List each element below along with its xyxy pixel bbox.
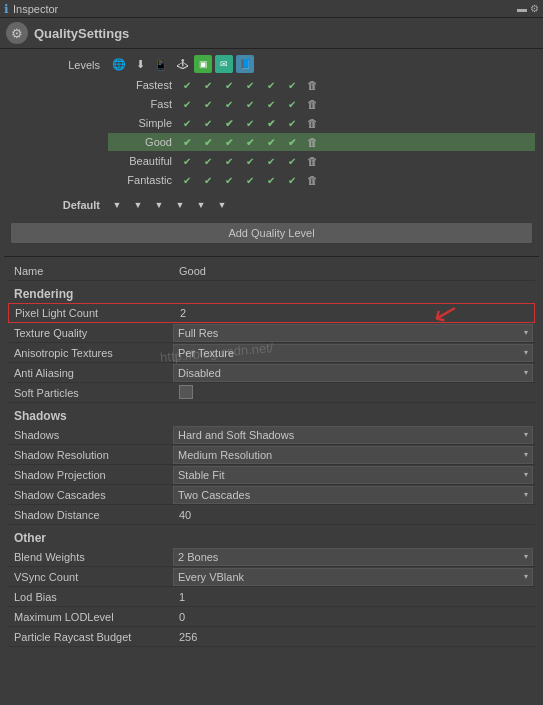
check-6[interactable]: ✔ — [283, 116, 301, 130]
shadow-resolution-dropdown[interactable]: Medium Resolution ▾ — [173, 446, 533, 464]
check-5[interactable]: ✔ — [262, 135, 280, 149]
check-5[interactable]: ✔ — [262, 116, 280, 130]
check-5[interactable]: ✔ — [262, 154, 280, 168]
arrow-1[interactable]: ▼ — [108, 196, 126, 214]
check-2[interactable]: ✔ — [199, 154, 217, 168]
arrow-3[interactable]: ▼ — [150, 196, 168, 214]
level-row-good: Good ✔ ✔ ✔ ✔ ✔ ✔ 🗑 — [108, 133, 535, 151]
check-6[interactable]: ✔ — [283, 154, 301, 168]
texture-quality-dropdown[interactable]: Full Res ▾ — [173, 324, 533, 342]
lock-icon[interactable]: ▬ — [517, 3, 527, 14]
anisotropic-textures-label: Anisotropic Textures — [8, 347, 173, 359]
shadows-value: Hard and Soft Shadows — [178, 429, 294, 441]
soft-particles-label: Soft Particles — [8, 387, 173, 399]
delete-fast[interactable]: 🗑 — [304, 97, 320, 111]
check-2[interactable]: ✔ — [199, 135, 217, 149]
check-4[interactable]: ✔ — [241, 154, 259, 168]
shadows-label: Shadows — [8, 429, 173, 441]
arrow-6[interactable]: ▼ — [213, 196, 231, 214]
anisotropic-textures-value: Per Texture — [178, 347, 234, 359]
level-row-beautiful: Beautiful ✔ ✔ ✔ ✔ ✔ ✔ 🗑 — [108, 152, 535, 170]
pixel-light-count-value: 2 — [174, 307, 534, 319]
add-quality-level-button[interactable]: Add Quality Level — [10, 222, 533, 244]
shadow-cascades-dropdown[interactable]: Two Cascades ▾ — [173, 486, 533, 504]
check-2[interactable]: ✔ — [199, 78, 217, 92]
check-5[interactable]: ✔ — [262, 78, 280, 92]
check-1[interactable]: ✔ — [178, 173, 196, 187]
delete-simple[interactable]: 🗑 — [304, 116, 320, 130]
particle-raycast-budget-label: Particle Raycast Budget — [8, 631, 173, 643]
levels-icons-row: 🌐 ⬇ 📱 🕹 ▣ ✉ 📘 — [108, 55, 535, 73]
check-6[interactable]: ✔ — [283, 78, 301, 92]
shadow-projection-dropdown[interactable]: Stable Fit ▾ — [173, 466, 533, 484]
check-4[interactable]: ✔ — [241, 116, 259, 130]
shadows-dropdown[interactable]: Hard and Soft Shadows ▾ — [173, 426, 533, 444]
icon-mobile: 📱 — [152, 55, 170, 73]
level-name-fast: Fast — [108, 98, 178, 110]
check-3[interactable]: ✔ — [220, 116, 238, 130]
lod-bias-value: 1 — [173, 591, 535, 603]
check-4[interactable]: ✔ — [241, 97, 259, 111]
props-section: Name Good Rendering Pixel Light Count 2 … — [4, 259, 539, 649]
lod-bias-row: Lod Bias 1 — [8, 587, 535, 607]
arrow-4[interactable]: ▼ — [171, 196, 189, 214]
check-3[interactable]: ✔ — [220, 135, 238, 149]
shadow-distance-label: Shadow Distance — [8, 509, 173, 521]
check-1[interactable]: ✔ — [178, 78, 196, 92]
check-2[interactable]: ✔ — [199, 97, 217, 111]
delete-beautiful[interactable]: 🗑 — [304, 154, 320, 168]
blend-weights-dropdown[interactable]: 2 Bones ▾ — [173, 548, 533, 566]
check-1[interactable]: ✔ — [178, 154, 196, 168]
arrow-2[interactable]: ▼ — [129, 196, 147, 214]
soft-particles-checkbox[interactable] — [179, 385, 193, 399]
anti-aliasing-dropdown[interactable]: Disabled ▾ — [173, 364, 533, 382]
vsync-count-dropdown[interactable]: Every VBlank ▾ — [173, 568, 533, 586]
check-1[interactable]: ✔ — [178, 135, 196, 149]
arrow-5[interactable]: ▼ — [192, 196, 210, 214]
icon-mail: ✉ — [215, 55, 233, 73]
check-4[interactable]: ✔ — [241, 78, 259, 92]
check-1[interactable]: ✔ — [178, 97, 196, 111]
check-4[interactable]: ✔ — [241, 135, 259, 149]
delete-good[interactable]: 🗑 — [304, 135, 320, 149]
soft-particles-row: Soft Particles — [8, 383, 535, 403]
check-6[interactable]: ✔ — [283, 173, 301, 187]
check-4[interactable]: ✔ — [241, 173, 259, 187]
shadow-resolution-label: Shadow Resolution — [8, 449, 173, 461]
settings-icon[interactable]: ⚙ — [530, 3, 539, 14]
check-2[interactable]: ✔ — [199, 116, 217, 130]
levels-section: Levels 🌐 ⬇ 📱 🕹 ▣ ✉ 📘 Fastest ✔ ✔ ✔ ✔ — [4, 55, 539, 190]
check-1[interactable]: ✔ — [178, 116, 196, 130]
shadow-distance-value: 40 — [173, 509, 535, 521]
name-label: Name — [8, 265, 173, 277]
shadow-projection-arrow: ▾ — [524, 470, 528, 479]
shadow-projection-value: Stable Fit — [178, 469, 224, 481]
particle-raycast-budget-value: 256 — [173, 631, 535, 643]
texture-quality-arrow: ▾ — [524, 328, 528, 337]
check-5[interactable]: ✔ — [262, 97, 280, 111]
vsync-count-label: VSync Count — [8, 571, 173, 583]
name-row: Name Good — [8, 261, 535, 281]
check-5[interactable]: ✔ — [262, 173, 280, 187]
texture-quality-label: Texture Quality — [8, 327, 173, 339]
shadow-resolution-value: Medium Resolution — [178, 449, 272, 461]
icon-gamepad: 🕹 — [173, 55, 191, 73]
check-6[interactable]: ✔ — [283, 135, 301, 149]
check-3[interactable]: ✔ — [220, 78, 238, 92]
level-name-good: Good — [108, 136, 178, 148]
quality-settings-title: QualitySettings — [34, 26, 129, 41]
level-row-fast: Fast ✔ ✔ ✔ ✔ ✔ ✔ 🗑 — [108, 95, 535, 113]
check-3[interactable]: ✔ — [220, 154, 238, 168]
check-3[interactable]: ✔ — [220, 173, 238, 187]
delete-fastest[interactable]: 🗑 — [304, 78, 320, 92]
check-6[interactable]: ✔ — [283, 97, 301, 111]
check-3[interactable]: ✔ — [220, 97, 238, 111]
quality-settings-icon: ⚙ — [6, 22, 28, 44]
anisotropic-textures-dropdown[interactable]: Per Texture ▾ — [173, 344, 533, 362]
check-2[interactable]: ✔ — [199, 173, 217, 187]
delete-fantastic[interactable]: 🗑 — [304, 173, 320, 187]
icon-grid: ▣ — [194, 55, 212, 73]
max-lod-level-value: 0 — [173, 611, 535, 623]
shadow-cascades-arrow: ▾ — [524, 490, 528, 499]
anisotropic-textures-arrow: ▾ — [524, 348, 528, 357]
